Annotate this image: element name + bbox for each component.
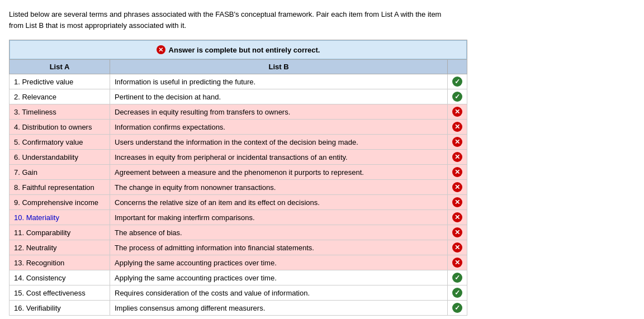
list-a-cell: 10. Materiality — [10, 210, 110, 225]
status-icon-cell: ✕ — [448, 135, 467, 150]
list-a-cell: 5. Confirmatory value — [10, 135, 110, 150]
status-icon-cell: ✓ — [448, 270, 467, 285]
list-b-cell: Concerns the relative size of an item an… — [110, 195, 448, 210]
table-row: 15. Cost effectivenessRequires considera… — [10, 285, 467, 301]
check-icon: ✓ — [452, 303, 462, 313]
status-icon-cell: ✕ — [448, 165, 467, 180]
list-a-cell: 1. Predictive value — [10, 74, 110, 89]
table-row: 10. MaterialityImportant for making inte… — [10, 210, 467, 225]
list-b-cell: Pertinent to the decision at hand. — [110, 89, 448, 104]
status-icon-cell: ✕ — [448, 195, 467, 210]
table-row: 6. UnderstandabilityIncreases in equity … — [10, 150, 467, 165]
list-a-cell: 15. Cost effectiveness — [10, 285, 110, 301]
banner-row: ✕ Answer is complete but not entirely co… — [10, 40, 467, 60]
list-b-cell: Users understand the information in the … — [110, 135, 448, 150]
x-icon: ✕ — [452, 227, 462, 237]
table-row: 3. TimelinessDecreases in equity resulti… — [10, 104, 467, 120]
list-a-cell: 9. Comprehensive income — [10, 195, 110, 210]
x-icon: ✕ — [452, 107, 462, 117]
col-status-header — [448, 60, 467, 74]
answer-banner: ✕ Answer is complete but not entirely co… — [10, 40, 467, 59]
list-a-cell: 7. Gain — [10, 165, 110, 180]
check-icon: ✓ — [452, 273, 462, 283]
list-a-cell: 8. Faithful representation — [10, 180, 110, 195]
status-icon-cell: ✕ — [448, 104, 467, 120]
table-row: 7. GainAgreement between a measure and t… — [10, 165, 467, 180]
status-icon-cell: ✕ — [448, 255, 467, 270]
list-b-cell: Important for making interfirm compariso… — [110, 210, 448, 225]
status-icon-cell: ✕ — [448, 240, 467, 255]
list-b-cell: Information confirms expectations. — [110, 120, 448, 135]
table-row: 16. VerifiabilityImplies consensus among… — [10, 301, 467, 316]
x-icon: ✕ — [452, 182, 462, 192]
list-a-cell: 3. Timeliness — [10, 104, 110, 120]
list-a-cell: 12. Neutrality — [10, 240, 110, 255]
list-b-cell: Information is useful in predicting the … — [110, 74, 448, 89]
status-icon-cell: ✕ — [448, 150, 467, 165]
check-icon: ✓ — [452, 92, 462, 102]
table-row: 1. Predictive valueInformation is useful… — [10, 74, 467, 89]
list-b-cell: Increases in equity from peripheral or i… — [110, 150, 448, 165]
table-row: 13. RecognitionApplying the same account… — [10, 255, 467, 270]
table-row: 9. Comprehensive incomeConcerns the rela… — [10, 195, 467, 210]
list-a-cell: 6. Understandability — [10, 150, 110, 165]
x-icon: ✕ — [452, 258, 462, 268]
table-row: 14. ConsistencyApplying the same account… — [10, 270, 467, 285]
status-icon-cell: ✓ — [448, 74, 467, 89]
x-icon: ✕ — [452, 122, 462, 132]
header-row: List A List B — [10, 60, 467, 74]
col-a-header: List A — [10, 60, 110, 74]
list-b-cell: Applying the same accounting practices o… — [110, 270, 448, 285]
list-b-cell: Applying the same accounting practices o… — [110, 255, 448, 270]
list-b-cell: Decreases in equity resulting from trans… — [110, 104, 448, 120]
status-icon-cell: ✓ — [448, 285, 467, 301]
x-icon: ✕ — [452, 167, 462, 177]
status-icon-cell: ✕ — [448, 225, 467, 240]
instructions: Listed below are several terms and phras… — [9, 9, 512, 31]
list-a-cell: 4. Distribution to owners — [10, 120, 110, 135]
x-icon: ✕ — [452, 152, 462, 162]
check-icon: ✓ — [452, 288, 462, 298]
list-a-cell: 14. Consistency — [10, 270, 110, 285]
list-b-cell: The process of admitting information int… — [110, 240, 448, 255]
main-table: ✕ Answer is complete but not entirely co… — [9, 40, 467, 316]
table-row: 2. RelevancePertinent to the decision at… — [10, 89, 467, 104]
status-icon-cell: ✓ — [448, 89, 467, 104]
list-b-cell: Requires consideration of the costs and … — [110, 285, 448, 301]
x-icon: ✕ — [452, 137, 462, 147]
col-b-header: List B — [110, 60, 448, 74]
status-icon-cell: ✕ — [448, 120, 467, 135]
status-icon-cell: ✓ — [448, 301, 467, 316]
x-icon: ✕ — [452, 212, 462, 222]
table-row: 8. Faithful representationThe change in … — [10, 180, 467, 195]
status-icon-cell: ✕ — [448, 180, 467, 195]
x-icon: ✕ — [452, 242, 462, 253]
list-b-cell: Agreement between a measure and the phen… — [110, 165, 448, 180]
check-icon: ✓ — [452, 77, 462, 87]
table-row: 5. Confirmatory valueUsers understand th… — [10, 135, 467, 150]
banner-x-icon: ✕ — [157, 45, 165, 54]
list-b-cell: The change in equity from nonowner trans… — [110, 180, 448, 195]
x-icon: ✕ — [452, 197, 462, 207]
list-b-cell: The absence of bias. — [110, 225, 448, 240]
list-a-cell: 13. Recognition — [10, 255, 110, 270]
banner-text: Answer is complete but not entirely corr… — [169, 46, 320, 54]
table-row: 11. ComparabilityThe absence of bias.✕ — [10, 225, 467, 240]
list-a-cell: 2. Relevance — [10, 89, 110, 104]
list-a-cell: 16. Verifiability — [10, 301, 110, 316]
table-row: 4. Distribution to ownersInformation con… — [10, 120, 467, 135]
table-row: 12. NeutralityThe process of admitting i… — [10, 240, 467, 255]
list-a-cell: 11. Comparability — [10, 225, 110, 240]
list-b-cell: Implies consensus among different measur… — [110, 301, 448, 316]
status-icon-cell: ✕ — [448, 210, 467, 225]
